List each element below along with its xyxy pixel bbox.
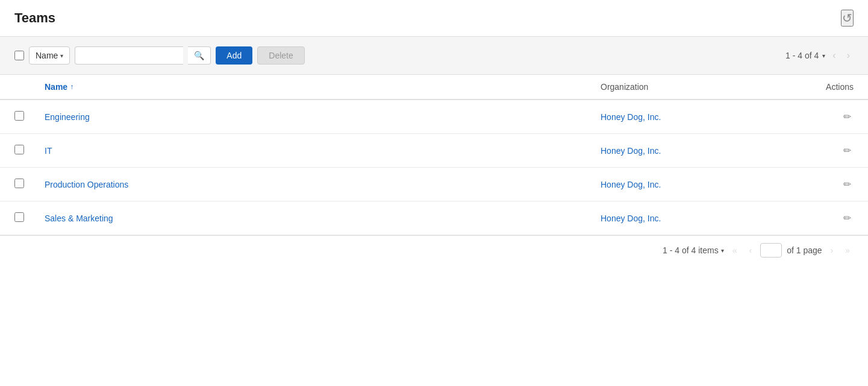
toolbar-area: Name ▾ 🔍 Add Delete 1 - 4 of 4 ▾ ‹ › [0,37,868,75]
first-page-button[interactable]: « [729,243,741,258]
page-title: Teams [14,10,55,26]
filter-label: Name [36,51,58,60]
history-icon: ↺ [842,11,852,25]
edit-icon: ✏ [843,213,851,223]
prev-page-icon: ‹ [749,245,752,255]
add-button[interactable]: Add [216,46,252,65]
page-header: Teams ↺ [0,0,868,37]
last-page-icon: » [845,245,850,255]
search-input[interactable] [75,46,183,65]
edit-icon: ✏ [843,112,851,122]
row-name-sales-marketing[interactable]: Sales & Marketing [45,214,601,223]
table-row: IT Honey Dog, Inc. ✏ [0,134,868,168]
next-page-button[interactable]: › [827,243,837,258]
chevron-down-icon: ▾ [60,52,63,59]
pagination-top: 1 - 4 of 4 ▾ ‹ › [785,48,854,63]
toolbar: Name ▾ 🔍 Add Delete 1 - 4 of 4 ▾ ‹ › [14,46,854,65]
edit-button-engineering[interactable]: ✏ [841,109,854,125]
row-checkbox-engineering[interactable] [14,111,24,121]
edit-button-sales-marketing[interactable]: ✏ [841,210,854,226]
pagination-range: 1 - 4 of 4 [785,51,819,60]
row-org-production-operations: Honey Dog, Inc. [601,180,781,189]
row-org-sales-marketing: Honey Dog, Inc. [601,214,781,223]
sort-arrow-icon: ↑ [70,83,73,91]
search-button[interactable]: 🔍 [188,46,211,65]
last-page-button[interactable]: » [841,243,854,258]
edit-icon: ✏ [843,179,851,189]
prev-page-button-top[interactable]: ‹ [829,48,839,63]
row-org-it: Honey Dog, Inc. [601,146,781,156]
first-page-icon: « [732,245,737,255]
row-checkbox-it[interactable] [14,145,24,154]
col-header-actions: Actions [781,82,854,92]
row-name-production-operations[interactable]: Production Operations [45,180,601,189]
select-all-checkbox[interactable] [14,51,24,60]
search-icon: 🔍 [194,51,204,60]
edit-button-it[interactable]: ✏ [841,142,854,159]
history-button[interactable]: ↺ [841,10,854,27]
col-header-organization: Organization [601,82,781,92]
table-row: Sales & Marketing Honey Dog, Inc. ✏ [0,201,868,235]
of-page-text: of 1 page [787,245,822,255]
row-name-engineering[interactable]: Engineering [45,112,601,122]
next-page-icon: › [831,245,834,255]
edit-button-production-operations[interactable]: ✏ [841,176,854,192]
footer-range: 1 - 4 of 4 items ▾ [663,245,724,255]
teams-table: Name ↑ Organization Actions Engineering … [0,75,868,235]
next-page-button-top[interactable]: › [843,48,854,63]
table-header: Name ↑ Organization Actions [0,75,868,100]
pagination-chevron-icon: ▾ [822,52,825,59]
footer-range-chevron: ▾ [721,247,724,254]
edit-icon: ✏ [843,145,851,156]
row-name-it[interactable]: IT [45,146,601,156]
footer-range-text: 1 - 4 of 4 items [663,245,719,255]
row-org-engineering: Honey Dog, Inc. [601,112,781,122]
table-row: Production Operations Honey Dog, Inc. ✏ [0,168,868,201]
filter-dropdown[interactable]: Name ▾ [29,46,70,65]
col-header-name[interactable]: Name ↑ [45,82,601,92]
table-footer: 1 - 4 of 4 items ▾ « ‹ 1 of 1 page › » [0,235,868,265]
delete-button[interactable]: Delete [257,46,304,65]
next-icon: › [847,50,850,60]
row-checkbox-sales-marketing[interactable] [14,212,24,222]
prev-page-button[interactable]: ‹ [745,243,755,258]
prev-icon: ‹ [832,50,835,60]
table-row: Engineering Honey Dog, Inc. ✏ [0,100,868,134]
page-number-input[interactable]: 1 [760,243,782,258]
row-checkbox-production-operations[interactable] [14,179,24,188]
